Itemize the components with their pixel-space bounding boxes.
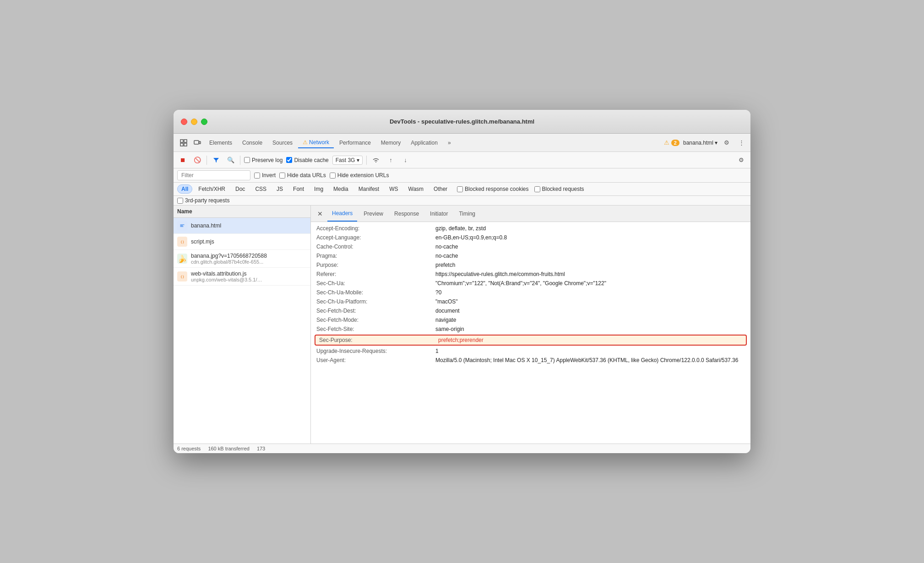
tab-headers[interactable]: Headers (327, 206, 357, 222)
chevron-down-icon: ▾ (715, 140, 717, 146)
filter-font[interactable]: Font (289, 184, 308, 194)
file-name-banana-jpg: banana.jpg?v=1705668720588 (191, 253, 267, 259)
header-name-accept-language: Accept-Language: (316, 234, 435, 241)
filter-img[interactable]: Img (310, 184, 327, 194)
header-sec-fetch-site[interactable]: Sec-Fetch-Site: same-origin (311, 325, 750, 334)
tab-timing[interactable]: Timing (454, 206, 480, 222)
tab-preview[interactable]: Preview (359, 206, 388, 222)
header-sec-fetch-dest[interactable]: Sec-Fetch-Dest: document (311, 306, 750, 315)
warning-indicator[interactable]: ⚠ 2 (664, 139, 679, 146)
header-value-user-agent: Mozilla/5.0 (Macintosh; Intel Mac OS X 1… (435, 357, 745, 363)
search-button[interactable]: 🔍 (225, 155, 236, 166)
blocked-requests-checkbox[interactable]: Blocked requests (534, 186, 584, 192)
header-cache-control[interactable]: Cache-Control: no-cache (311, 242, 750, 251)
filter-fetch-xhr[interactable]: Fetch/XHR (194, 184, 229, 194)
tab-initiator[interactable]: Initiator (425, 206, 452, 222)
throttle-selector[interactable]: Fast 3G ▾ (332, 156, 363, 165)
hide-extension-urls-checkbox[interactable]: Hide extension URLs (330, 172, 389, 179)
header-purpose[interactable]: Purpose: prefetch (311, 260, 750, 270)
upload-icon[interactable]: ↑ (385, 155, 396, 166)
stop-recording-button[interactable]: ⏹ (177, 155, 188, 166)
filter-manifest[interactable]: Manifest (354, 184, 383, 194)
tab-more[interactable]: » (443, 138, 456, 148)
filter-wasm[interactable]: Wasm (404, 184, 428, 194)
headers-tab-bar: ✕ Headers Preview Response Initiator Tim… (311, 206, 750, 222)
tab-memory[interactable]: Memory (376, 138, 405, 148)
header-name-sec-purpose: Sec-Purpose: (319, 337, 438, 343)
main-content: Name banana.html (174, 206, 750, 444)
download-icon[interactable]: ↓ (400, 155, 411, 166)
filter-all[interactable]: All (177, 184, 192, 194)
more-options-icon[interactable]: ⋮ (736, 137, 747, 148)
html-file-icon (177, 221, 187, 231)
filter-ws[interactable]: WS (385, 184, 402, 194)
separator-3 (366, 156, 367, 165)
devtools-window: DevTools - speculative-rules.glitch.me/b… (174, 110, 750, 453)
filter-css[interactable]: CSS (251, 184, 271, 194)
blocked-response-cookies-checkbox[interactable]: Blocked response cookies (457, 186, 528, 192)
svg-rect-1 (184, 140, 187, 142)
settings-icon[interactable]: ⚙ (721, 137, 732, 148)
tab-elements[interactable]: Elements (205, 138, 237, 148)
file-info-script-mjs: script.mjs (191, 238, 214, 245)
invert-checkbox[interactable]: Invert (254, 172, 276, 179)
header-accept-language[interactable]: Accept-Language: en-GB,en-US;q=0.9,en;q=… (311, 233, 750, 242)
file-item-web-vitals[interactable]: {} web-vitals.attribution.js unpkg.com/w… (174, 268, 310, 286)
third-party-checkbox[interactable]: 3rd-party requests (177, 197, 747, 204)
header-pragma[interactable]: Pragma: no-cache (311, 251, 750, 260)
cursor-icon[interactable] (177, 136, 190, 149)
network-toolbar: ⏹ 🚫 🔍 Preserve log Disable cache Fast 3G… (174, 152, 750, 168)
tab-console[interactable]: Console (238, 138, 267, 148)
filter-media[interactable]: Media (329, 184, 353, 194)
header-accept-encoding[interactable]: Accept-Encoding: gzip, deflate, br, zstd (311, 224, 750, 233)
network-settings-icon[interactable]: ⚙ (736, 155, 747, 166)
minimize-button[interactable] (191, 119, 197, 125)
svg-rect-2 (180, 143, 183, 146)
header-sec-fetch-mode[interactable]: Sec-Fetch-Mode: navigate (311, 315, 750, 325)
filter-other[interactable]: Other (429, 184, 451, 194)
maximize-button[interactable] (201, 119, 207, 125)
file-url-web-vitals: unpkg.com/web-vitals@3.5.1/dist (191, 277, 264, 282)
header-user-agent[interactable]: User-Agent: Mozilla/5.0 (Macintosh; Inte… (311, 356, 750, 365)
header-sec-purpose[interactable]: Sec-Purpose: prefetch;prerender (315, 335, 747, 346)
header-name-accept-encoding: Accept-Encoding: (316, 225, 435, 232)
header-name-purpose: Purpose: (316, 262, 435, 268)
filename-selector[interactable]: banana.html ▾ (683, 140, 717, 146)
file-item-banana-jpg[interactable]: 🍌 banana.jpg?v=1705668720588 cdn.glitch.… (174, 250, 310, 268)
hide-data-urls-checkbox[interactable]: Hide data URLs (279, 172, 326, 179)
wifi-icon[interactable] (370, 155, 381, 166)
header-name-cache-control: Cache-Control: (316, 244, 435, 250)
js-file-icon-script: {} (177, 237, 187, 247)
tab-network[interactable]: ⚠Network (298, 137, 334, 148)
close-panel-button[interactable]: ✕ (315, 208, 326, 219)
header-referer[interactable]: Referer: https://speculative-rules.glitc… (311, 270, 750, 279)
header-upgrade-insecure[interactable]: Upgrade-Insecure-Requests: 1 (311, 346, 750, 356)
warning-count: 2 (671, 140, 679, 146)
tab-performance[interactable]: Performance (335, 138, 375, 148)
clear-button[interactable]: 🚫 (192, 155, 203, 166)
filter-button[interactable] (211, 155, 222, 166)
filter-doc[interactable]: Doc (231, 184, 249, 194)
tab-response[interactable]: Response (390, 206, 424, 222)
filter-input[interactable] (177, 170, 250, 180)
file-item-script-mjs[interactable]: {} script.mjs (174, 234, 310, 250)
tab-sources[interactable]: Sources (268, 138, 297, 148)
header-value-sec-ch-ua-platform: "macOS" (435, 298, 745, 305)
type-filters: All Fetch/XHR Doc CSS JS Font Img Media … (174, 183, 750, 196)
filter-js[interactable]: JS (272, 184, 287, 194)
file-item-banana-html[interactable]: banana.html (174, 218, 310, 234)
separator-1 (207, 156, 207, 165)
title-bar: DevTools - speculative-rules.glitch.me/b… (174, 110, 750, 134)
transferred-size: 160 kB transferred (208, 446, 250, 451)
header-sec-ch-ua-platform[interactable]: Sec-Ch-Ua-Platform: "macOS" (311, 297, 750, 306)
tab-application[interactable]: Application (406, 138, 442, 148)
disable-cache-checkbox[interactable]: Disable cache (286, 157, 328, 163)
device-toggle-icon[interactable] (191, 136, 204, 149)
left-panel: Name banana.html (174, 206, 311, 444)
header-value-sec-purpose: prefetch;prerender (438, 337, 742, 343)
close-button[interactable] (181, 119, 187, 125)
header-sec-ch-ua-mobile[interactable]: Sec-Ch-Ua-Mobile: ?0 (311, 288, 750, 297)
header-sec-ch-ua[interactable]: Sec-Ch-Ua: "Chromium";v="122", "Not(A:Br… (311, 279, 750, 288)
preserve-log-checkbox[interactable]: Preserve log (244, 157, 283, 163)
header-value-referer: https://speculative-rules.glitch.me/comm… (435, 271, 745, 277)
